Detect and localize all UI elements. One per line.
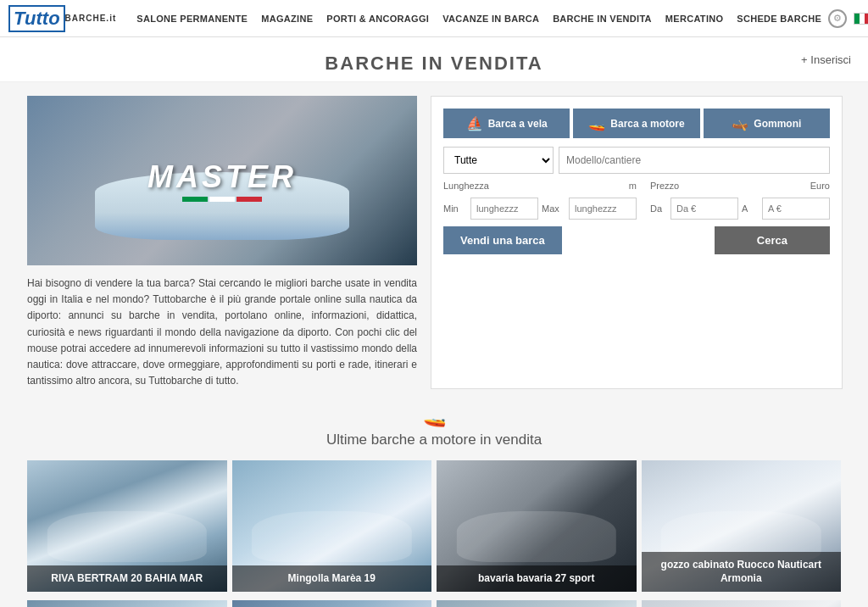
boat-card-image bbox=[642, 600, 842, 607]
a-label: A bbox=[742, 203, 759, 214]
master-flag bbox=[147, 197, 297, 202]
boat-name-label: gozzo cabinato Ruocco Nauticart Armonia bbox=[642, 552, 842, 592]
tab-gommoni-label: Gommoni bbox=[754, 118, 801, 130]
boat-name-label: bavaria bavaria 27 sport bbox=[437, 565, 637, 593]
search-btn-row: Vendi una barca Cerca bbox=[443, 226, 830, 254]
search-panel: ⛵ Barca a vela 🚤 Barca a motore 🛶 Gommon… bbox=[431, 96, 843, 389]
boat-shape-detail bbox=[47, 511, 207, 562]
page-title-bar: BARCHE IN VENDITA + Inserisci bbox=[0, 37, 868, 82]
boat-card[interactable]: RIVA BERTRAM 20 BAHIA MAR bbox=[27, 460, 227, 592]
top-section: MASTER Hai bisogno di vendere la tua bar… bbox=[27, 96, 841, 389]
boat-card-image bbox=[437, 600, 637, 607]
price-label: Prezzo bbox=[650, 181, 679, 191]
tab-motore-label: Barca a motore bbox=[610, 118, 684, 130]
hero-image: MASTER bbox=[27, 96, 417, 265]
vendi-button[interactable]: Vendi una barca bbox=[443, 226, 562, 254]
flag-italy[interactable] bbox=[854, 13, 868, 25]
gommoni-icon: 🛶 bbox=[732, 115, 748, 131]
flag-red bbox=[236, 197, 262, 202]
main-content: MASTER Hai bisogno di vendere la tua bar… bbox=[19, 82, 849, 607]
nav-barche-vendita[interactable]: BARCHE IN VENDITA bbox=[546, 14, 659, 24]
boat-card[interactable]: bavaria bavaria 27 sport bbox=[437, 460, 637, 592]
boat-card[interactable]: Cranchi Mediterranee 50 bbox=[232, 600, 432, 607]
tab-gommoni[interactable]: 🛶 Gommoni bbox=[704, 109, 830, 138]
price-to-input[interactable] bbox=[762, 198, 830, 220]
flag-white bbox=[209, 197, 235, 202]
nav-mercatino[interactable]: MERCATINO bbox=[659, 14, 731, 24]
logo[interactable]: Tutto BARCHE.it bbox=[8, 5, 116, 32]
tab-motore[interactable]: 🚤 Barca a motore bbox=[573, 109, 699, 138]
page-title: BARCHE IN VENDITA bbox=[0, 53, 868, 75]
boat-card[interactable]: Chris craft Cavalier 1963 bbox=[27, 600, 227, 607]
boat-card-image bbox=[27, 600, 227, 607]
tab-vela[interactable]: ⛵ Barca a vela bbox=[443, 109, 570, 138]
section-boat-icon: 🚤 bbox=[27, 406, 841, 428]
min-length-input[interactable] bbox=[470, 198, 538, 220]
inserisci-link[interactable]: + Inserisci bbox=[801, 53, 851, 66]
hero-block: MASTER Hai bisogno di vendere la tua bar… bbox=[27, 96, 417, 389]
boat-card-image bbox=[232, 600, 432, 607]
motore-icon: 🚤 bbox=[588, 115, 605, 131]
master-brand: MASTER bbox=[147, 159, 297, 195]
logo-subtext: BARCHE.it bbox=[65, 14, 117, 23]
section-title: Ultime barche a motore in vendita bbox=[326, 432, 542, 448]
search-row-top: Tutte bbox=[443, 147, 830, 174]
search-tabs: ⛵ Barca a vela 🚤 Barca a motore 🛶 Gommon… bbox=[443, 109, 830, 138]
nav-vacanze[interactable]: VACANZE IN BARCA bbox=[436, 14, 546, 24]
tab-vela-label: Barca a vela bbox=[488, 118, 548, 130]
nav-schede[interactable]: SCHEDE BARCHE bbox=[730, 14, 828, 24]
master-logo: MASTER bbox=[147, 159, 297, 202]
model-input[interactable] bbox=[559, 147, 830, 174]
boat-card[interactable]: saver Saver 22 Cabin Fisher bbox=[642, 600, 842, 607]
boat-card[interactable]: Gobbi Gobbi 5,10 Open bbox=[437, 600, 637, 607]
vela-icon: ⛵ bbox=[466, 115, 483, 131]
boat-name-label: RIVA BERTRAM 20 BAHIA MAR bbox=[27, 565, 227, 593]
min-label: Min bbox=[443, 203, 467, 214]
boat-name-label: Mingolla Marèa 19 bbox=[232, 565, 432, 593]
cerca-button[interactable]: Cerca bbox=[715, 226, 830, 254]
boat-shape-detail bbox=[457, 511, 616, 562]
boats-grid-row1: RIVA BERTRAM 20 BAHIA MARMingolla Marèa … bbox=[27, 460, 841, 592]
length-label: Lunghezza bbox=[443, 181, 489, 191]
boat-card[interactable]: gozzo cabinato Ruocco Nauticart Armonia bbox=[642, 460, 842, 592]
price-from-input[interactable] bbox=[670, 198, 738, 220]
flag-green bbox=[182, 197, 208, 202]
logo-text: Tutto bbox=[14, 8, 60, 29]
category-select[interactable]: Tutte bbox=[443, 147, 554, 174]
boat-card[interactable]: Mingolla Marèa 19 bbox=[232, 460, 432, 592]
section-title-area: 🚤 Ultime barche a motore in vendita bbox=[27, 406, 841, 448]
boats-grid-row2: Chris craft Cavalier 1963Cranchi Mediter… bbox=[27, 600, 841, 607]
max-label: Max bbox=[542, 203, 565, 214]
nav-salone[interactable]: SALONE PERMANENTE bbox=[130, 14, 254, 24]
boat-shape-detail bbox=[252, 511, 411, 562]
max-length-input[interactable] bbox=[569, 198, 637, 220]
navbar: Tutto BARCHE.it SALONE PERMANENTE MAGAZI… bbox=[0, 0, 868, 37]
nav-links: SALONE PERMANENTE MAGAZINE PORTI & ANCOR… bbox=[130, 14, 828, 24]
nav-porti[interactable]: PORTI & ANCORAGGI bbox=[320, 14, 436, 24]
hero-description: Hai bisogno di vendere la tua barca? Sta… bbox=[27, 265, 417, 389]
da-label: Da bbox=[650, 203, 667, 214]
search-icon[interactable]: ⚙ bbox=[828, 9, 847, 28]
price-unit: Euro bbox=[810, 181, 830, 194]
length-unit: m bbox=[629, 181, 637, 194]
nav-magazine[interactable]: MAGAZINE bbox=[254, 14, 320, 24]
nav-right: ⚙ 🚗 f 𝕏 ACCEDI bbox=[828, 9, 868, 28]
